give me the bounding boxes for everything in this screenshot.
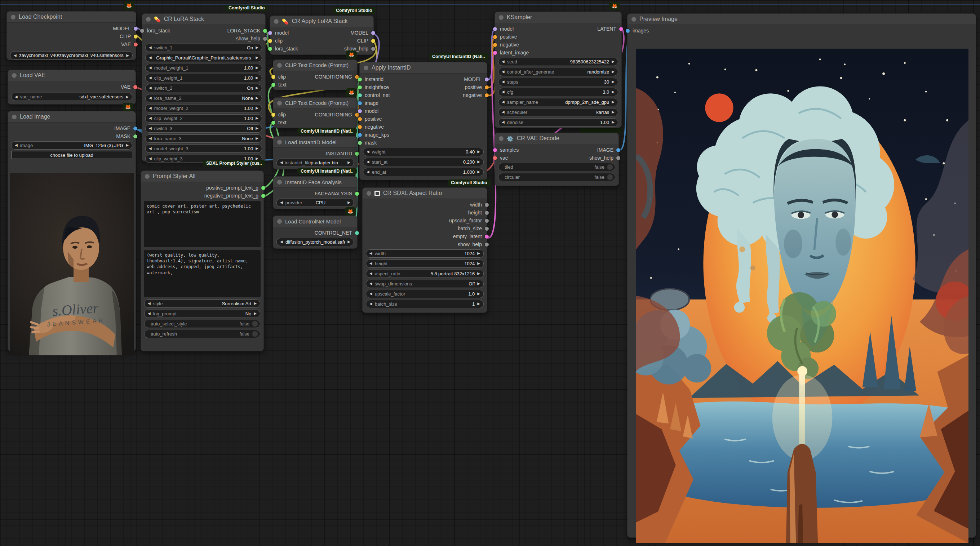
- increment-icon[interactable]: ▶: [256, 137, 258, 140]
- widget-control-after-generate[interactable]: ◀control_after_generaterandomize▶: [498, 68, 618, 76]
- input-port-insightface[interactable]: [358, 85, 362, 89]
- node-title-bar[interactable]: Load ControlNet Model: [273, 216, 357, 227]
- collapse-dot-icon[interactable]: [632, 17, 636, 22]
- decrement-icon[interactable]: ◀: [502, 90, 504, 94]
- decrement-icon[interactable]: ◀: [502, 120, 504, 124]
- decrement-icon[interactable]: ◀: [502, 80, 504, 84]
- increment-icon[interactable]: ▶: [612, 70, 614, 73]
- toggle-knob[interactable]: [252, 331, 258, 337]
- widget-switch-2[interactable]: ◀switch_2On▶: [145, 84, 262, 92]
- widget-aspect-ratio[interactable]: ◀aspect_ratio5:8 portrait 832x1216▶: [366, 270, 484, 278]
- collapse-dot-icon[interactable]: [277, 101, 282, 106]
- widget-denoise[interactable]: ◀denoise1.00▶: [498, 118, 618, 126]
- widget-log-prompt[interactable]: ◀log_promptNo▶: [144, 310, 260, 318]
- output-port-image[interactable]: [616, 148, 620, 152]
- increment-icon[interactable]: ▶: [126, 95, 129, 99]
- toggle-knob[interactable]: [607, 174, 613, 180]
- decrement-icon[interactable]: ◀: [149, 66, 152, 70]
- input-port-image[interactable]: [358, 101, 362, 105]
- widget-lora-name-1[interactable]: ◀Graphic_Portrait\Graphic_Portrait.safet…: [145, 54, 262, 62]
- node-title-bar[interactable]: Apply InstantID: [360, 62, 487, 73]
- input-port-negative[interactable]: [358, 125, 362, 129]
- input-port-positive[interactable]: [358, 117, 362, 121]
- decrement-icon[interactable]: ◀: [369, 252, 372, 255]
- increment-icon[interactable]: ▶: [477, 262, 480, 265]
- node-cr-sdxl-aspect-ratio[interactable]: CR SDXL Aspect Ratio width height upscal…: [362, 188, 487, 313]
- widget-model-weight-2[interactable]: ◀model_weight_21.00▶: [145, 104, 262, 113]
- node-load-checkpoint[interactable]: Load Checkpoint MODEL CLIP VAE ◀ zavychr…: [6, 11, 136, 60]
- decrement-icon[interactable]: ◀: [502, 100, 504, 104]
- increment-icon[interactable]: ▶: [612, 80, 614, 84]
- input-port-images[interactable]: [626, 29, 630, 33]
- input-port-samples[interactable]: [493, 148, 497, 152]
- node-title-bar[interactable]: Preview Image: [627, 14, 976, 25]
- output-port-conditioning[interactable]: [355, 113, 359, 117]
- node-title-bar[interactable]: CLIP Text Encode (Prompt): [273, 60, 357, 71]
- decrement-icon[interactable]: ◀: [148, 302, 151, 305]
- input-port-instantid[interactable]: [358, 78, 362, 81]
- increment-icon[interactable]: ▶: [347, 201, 350, 204]
- toggle-circular[interactable]: circularfalse: [498, 173, 615, 181]
- collapse-dot-icon[interactable]: [145, 174, 150, 179]
- input-port-lora-stack[interactable]: [268, 47, 272, 51]
- node-cr-apply-lora-stack[interactable]: 💊 CR Apply LoRA Stack model MODEL clip C…: [270, 16, 374, 55]
- output-port-model[interactable]: [485, 78, 489, 81]
- decrement-icon[interactable]: ◀: [369, 272, 372, 275]
- decrement-icon[interactable]: ◀: [15, 95, 18, 99]
- node-clip-text-encode-negative[interactable]: CLIP Text Encode (Prompt) clip CONDITION…: [273, 97, 358, 128]
- negative-prompt-textarea[interactable]: (worst quality, low quality, thumbnail:1…: [144, 250, 261, 297]
- output-port-empty-latent[interactable]: [485, 235, 489, 239]
- node-title-bar[interactable]: ⚙️ CR VAE Decode: [495, 133, 619, 144]
- input-port-vae[interactable]: [493, 156, 497, 160]
- toggle-auto-select-style[interactable]: auto_select_stylefalse: [144, 320, 260, 328]
- toggle-auto-refresh[interactable]: auto_refreshfalse: [144, 330, 260, 338]
- toggle-knob[interactable]: [252, 321, 258, 327]
- positive-prompt-textarea[interactable]: comic cover art, poster art, psychedelic…: [144, 201, 261, 247]
- widget-batch-size[interactable]: ◀batch_size1▶: [366, 300, 484, 308]
- decrement-icon[interactable]: ◀: [149, 96, 152, 100]
- output-port-batch-size[interactable]: [485, 227, 489, 231]
- widget-lora-name-2[interactable]: ◀lora_name_2None▶: [145, 94, 262, 102]
- node-title-bar[interactable]: CLIP Text Encode (Prompt): [273, 98, 357, 109]
- decrement-icon[interactable]: ◀: [367, 170, 369, 174]
- decrement-icon[interactable]: ◀: [369, 262, 372, 265]
- decrement-icon[interactable]: ◀: [149, 157, 152, 161]
- output-port-model[interactable]: [371, 31, 375, 35]
- widget-switch-3[interactable]: ◀switch_3Off▶: [145, 124, 262, 133]
- node-cr-lora-stack[interactable]: 💊 CR LoRA Stack lora_stack LORA_STACK sh…: [142, 13, 266, 161]
- widget-ckpt-name[interactable]: ◀ zavychromaxl_v40\zavychromaxl_v40.safe…: [10, 51, 133, 59]
- increment-icon[interactable]: ▶: [612, 90, 614, 94]
- decrement-icon[interactable]: ◀: [14, 54, 17, 57]
- increment-icon[interactable]: ▶: [126, 54, 129, 57]
- increment-icon[interactable]: ▶: [256, 46, 258, 49]
- node-title-bar[interactable]: 💊 CR Apply LoRA Stack: [270, 16, 374, 27]
- decrement-icon[interactable]: ◀: [369, 292, 372, 296]
- input-port-clip[interactable]: [271, 75, 275, 79]
- output-port-width[interactable]: [485, 203, 489, 207]
- input-port-model[interactable]: [493, 27, 497, 31]
- node-load-controlnet-model[interactable]: Load ControlNet Model CONTROL_NET ◀ diff…: [273, 215, 358, 249]
- widget-swap-dimensions[interactable]: ◀swap_dimensionsOff▶: [366, 280, 484, 288]
- node-ksampler[interactable]: KSampler model LATENT positive negative …: [495, 11, 622, 128]
- widget-lora-name-3[interactable]: ◀lora_name_3None▶: [145, 134, 262, 143]
- output-port-upscale-factor[interactable]: [485, 219, 489, 223]
- collapse-dot-icon[interactable]: [277, 63, 282, 68]
- decrement-icon[interactable]: ◀: [148, 312, 151, 315]
- increment-icon[interactable]: ▶: [256, 147, 258, 150]
- output-port-image[interactable]: [134, 126, 137, 131]
- decrement-icon[interactable]: ◀: [149, 106, 152, 110]
- decrement-icon[interactable]: ◀: [369, 282, 372, 285]
- output-port-vae[interactable]: [134, 85, 137, 89]
- output-port-lora-stack[interactable]: [263, 29, 267, 33]
- decrement-icon[interactable]: ◀: [149, 56, 152, 59]
- increment-icon[interactable]: ▶: [612, 120, 614, 124]
- toggle-knob[interactable]: [607, 164, 613, 170]
- increment-icon[interactable]: ▶: [256, 86, 258, 90]
- input-port-model[interactable]: [268, 31, 272, 35]
- increment-icon[interactable]: ▶: [256, 106, 258, 110]
- input-port-control-net[interactable]: [358, 93, 362, 97]
- output-port-positive[interactable]: [485, 85, 489, 89]
- widget-height[interactable]: ◀height1024▶: [366, 259, 484, 268]
- widget-vae-name[interactable]: ◀ vae_name sdxl_vae.safetensors ▶: [11, 92, 132, 101]
- decrement-icon[interactable]: ◀: [502, 60, 504, 64]
